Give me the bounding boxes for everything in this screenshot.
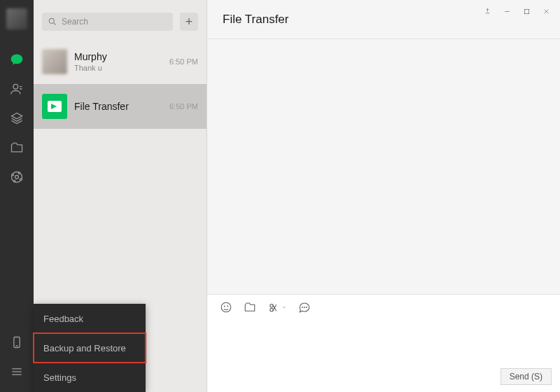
- miniprogram-icon: [10, 170, 24, 184]
- svg-point-4: [20, 178, 22, 181]
- svg-point-1: [15, 176, 19, 179]
- nav-miniprogram[interactable]: [0, 162, 34, 192]
- pin-icon: [484, 8, 491, 15]
- nav-menu[interactable]: [0, 357, 34, 386]
- chat-list-panel: Search + Murphy Thank u 6:50 PM File Tra…: [34, 0, 207, 392]
- nav-chats[interactable]: [0, 45, 34, 74]
- nav-files[interactable]: [0, 133, 34, 162]
- nav-rail: [0, 0, 34, 392]
- minimize-icon: [503, 8, 511, 15]
- chevron-down-icon: [281, 304, 287, 310]
- chat-history-button[interactable]: [298, 301, 311, 314]
- message-area[interactable]: [207, 39, 560, 294]
- settings-popup: Feedback Backup and Restore Settings: [34, 304, 146, 392]
- nav-contacts[interactable]: [0, 74, 34, 104]
- close-button[interactable]: [536, 3, 556, 20]
- svg-point-20: [227, 306, 228, 307]
- svg-point-6: [18, 172, 20, 174]
- search-icon: [48, 17, 57, 27]
- input-toolbar: [207, 295, 560, 320]
- chat-pane: File Transfer Send (S): [207, 0, 560, 392]
- svg-point-3: [12, 174, 14, 176]
- menu-feedback[interactable]: Feedback: [34, 304, 146, 333]
- conversation-time: 6:50 PM: [169, 57, 198, 66]
- minimize-button[interactable]: [497, 3, 517, 20]
- maximize-icon: [523, 8, 531, 15]
- nav-favorites[interactable]: [0, 104, 34, 133]
- search-placeholder: Search: [62, 17, 88, 27]
- search-row: Search +: [34, 0, 206, 39]
- svg-point-22: [270, 309, 274, 312]
- svg-point-5: [13, 181, 15, 183]
- svg-point-21: [270, 304, 274, 308]
- search-input[interactable]: Search: [42, 13, 173, 31]
- input-area: Send (S): [207, 294, 560, 392]
- conversation-preview: Thank u: [74, 64, 162, 72]
- svg-point-27: [307, 307, 307, 308]
- svg-point-0: [13, 84, 18, 89]
- file-transfer-icon: [42, 94, 67, 119]
- window-controls: [477, 3, 556, 20]
- screenshot-icon: [267, 301, 280, 314]
- svg-point-19: [224, 306, 225, 307]
- message-input[interactable]: [207, 320, 560, 368]
- send-button[interactable]: Send (S): [500, 368, 552, 385]
- emoji-icon: [220, 301, 232, 314]
- folder-icon: [244, 301, 256, 314]
- conversation-name: File Transfer: [74, 101, 162, 112]
- chat-history-icon: [298, 301, 311, 314]
- svg-point-12: [49, 18, 54, 23]
- avatar: [42, 49, 67, 74]
- conversation-name: Murphy: [74, 51, 162, 62]
- menu-settings[interactable]: Settings: [34, 363, 146, 392]
- svg-point-2: [12, 172, 22, 183]
- svg-point-26: [304, 307, 305, 308]
- new-chat-button[interactable]: +: [180, 13, 198, 31]
- close-icon: [542, 8, 550, 15]
- conversation-time: 6:50 PM: [169, 102, 198, 111]
- maximize-button[interactable]: [517, 3, 536, 20]
- conversation-item[interactable]: Murphy Thank u 6:50 PM: [34, 39, 206, 84]
- plus-icon: +: [186, 15, 193, 28]
- svg-line-13: [54, 23, 56, 25]
- chat-icon: [10, 52, 24, 66]
- menu-icon: [10, 365, 24, 379]
- avatar[interactable]: [6, 8, 27, 29]
- files-icon: [10, 141, 24, 155]
- contacts-icon: [10, 82, 24, 96]
- svg-point-25: [302, 307, 303, 308]
- svg-rect-15: [524, 9, 528, 13]
- svg-point-18: [221, 302, 231, 312]
- phone-icon: [10, 335, 24, 349]
- favorites-icon: [10, 111, 24, 125]
- pin-button[interactable]: [477, 3, 497, 20]
- menu-backup-restore[interactable]: Backup and Restore: [34, 333, 146, 363]
- emoji-button[interactable]: [220, 301, 232, 314]
- nav-phone[interactable]: [0, 328, 34, 357]
- send-file-button[interactable]: [244, 301, 256, 314]
- screenshot-button[interactable]: [267, 301, 287, 314]
- conversation-item[interactable]: File Transfer 6:50 PM: [34, 84, 206, 129]
